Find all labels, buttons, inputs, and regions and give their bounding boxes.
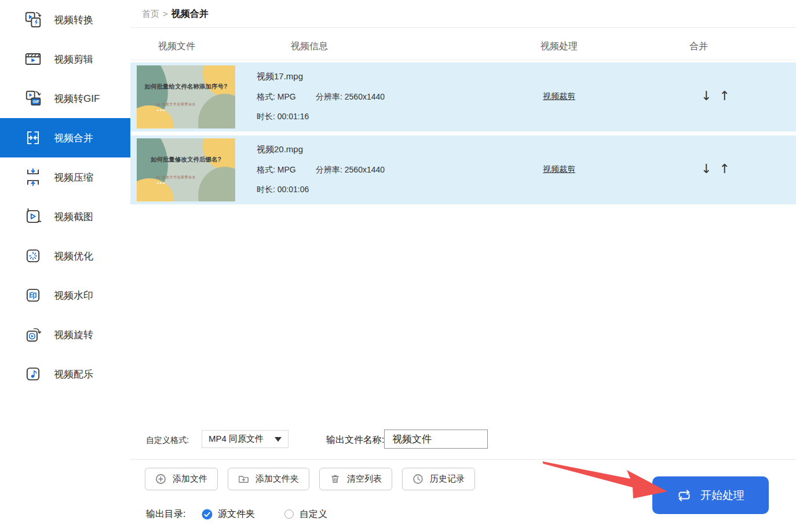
video-filename: 视频20.mpg	[257, 144, 303, 155]
thumbnail-blob	[137, 105, 174, 129]
video-convert-icon	[24, 10, 42, 29]
sidebar-item-video-convert[interactable]: 视频转换	[0, 0, 130, 39]
add-file-icon	[155, 474, 166, 485]
video-thumbnail: 如何批量给文件名称添加序号? by 优速文件批量重命名	[137, 65, 235, 129]
output-name-label: 输出文件名称:	[326, 434, 384, 446]
video-duration: 时长: 00:01:16	[257, 112, 309, 122]
output-name-input[interactable]	[384, 430, 488, 449]
sidebar-item-label: 视频合并	[54, 131, 93, 145]
history-button[interactable]: 历史记录	[402, 468, 475, 490]
thumbnail-blob	[203, 138, 235, 170]
sidebar-item-label: 视频转GIF	[54, 92, 100, 105]
video-crop-link[interactable]: 视频裁剪	[543, 164, 575, 175]
video-to-gif-icon: GIF	[24, 89, 42, 108]
format-value: MPG	[277, 165, 296, 174]
move-down-icon[interactable]: ↓	[701, 88, 711, 105]
radio-selected-icon[interactable]	[202, 509, 213, 520]
sidebar-item-label: 视频水印	[54, 289, 93, 302]
video-crop-link[interactable]: 视频裁剪	[543, 91, 575, 102]
format-dropdown-value: MP4 同原文件	[209, 434, 264, 445]
sidebar-item-video-to-gif[interactable]: GIF 视频转GIF	[0, 79, 130, 118]
column-header-merge: 合并	[689, 41, 708, 53]
clear-list-icon	[330, 474, 341, 485]
button-label: 历史记录	[430, 474, 465, 485]
sidebar-item-video-merge[interactable]: 视频合并	[0, 118, 130, 157]
breadcrumb: 首页>视频合并	[142, 8, 209, 20]
breadcrumb-home[interactable]: 首页	[142, 9, 159, 19]
column-header-video-file: 视频文件	[158, 41, 195, 53]
video-rotate-icon	[24, 325, 42, 344]
table-row: 如何批量给文件名称添加序号? by 优速文件批量重命名 视频17.mpg 格式:…	[130, 63, 796, 131]
video-music-icon	[24, 365, 42, 383]
history-icon	[412, 474, 423, 485]
thumbnail-blob	[198, 94, 235, 129]
merge-order-controls: ↓ ↑	[701, 161, 730, 178]
thumbnail-byline: by 优速文件批量重命名	[156, 102, 196, 107]
repeat-icon	[677, 489, 692, 502]
header-divider	[130, 60, 796, 60]
button-label: 添加文件	[173, 474, 207, 485]
sidebar-item-label: 视频旋转	[54, 328, 93, 342]
breadcrumb-divider	[130, 27, 796, 28]
resolution-value: 2560x1440	[345, 92, 385, 101]
thumbnail-blob	[198, 167, 235, 201]
radio-custom[interactable]: 自定义	[300, 508, 327, 520]
add-file-button[interactable]: 添加文件	[145, 468, 218, 490]
action-buttons: 添加文件 添加文件夹 清空列表 历史记录	[145, 468, 475, 490]
video-compress-icon	[24, 168, 42, 186]
output-directory-label: 输出目录:	[146, 508, 202, 520]
resolution-label: 分辨率:	[316, 165, 342, 174]
thumbnail-title: 如何批量修改文件后缀名?	[137, 156, 235, 164]
thumbnail-title: 如何批量给文件名称添加序号?	[137, 83, 235, 91]
format-dropdown[interactable]: MP4 同原文件	[202, 430, 289, 448]
sidebar-item-label: 视频压缩	[54, 171, 93, 184]
sidebar-item-video-rotate[interactable]: 视频旋转	[0, 315, 130, 354]
sidebar-item-video-snapshot[interactable]: 视频截图	[0, 197, 130, 236]
format-label: 格式:	[257, 92, 275, 101]
sidebar-item-video-compress[interactable]: 视频压缩	[0, 157, 130, 197]
start-button-label: 开始处理	[700, 488, 744, 503]
move-up-icon[interactable]: ↑	[719, 161, 729, 178]
table-row: 如何批量修改文件后缀名? by 优速文件批量重命名 视频20.mpg 格式: M…	[130, 135, 796, 204]
column-header-video-process: 视频处理	[541, 41, 578, 53]
button-label: 添加文件夹	[255, 474, 299, 485]
thumbnail-blob	[137, 178, 174, 201]
merge-order-controls: ↓ ↑	[701, 88, 730, 105]
thumbnail-dots	[157, 109, 165, 111]
radio-source-folder[interactable]: 源文件夹	[218, 508, 255, 520]
video-merge-icon	[24, 129, 42, 147]
video-attributes: 格式: MPG 分辨率: 2560x1440	[257, 92, 385, 102]
sidebar-item-label: 视频配乐	[54, 368, 93, 381]
video-clip-icon	[24, 50, 42, 68]
move-down-icon[interactable]: ↓	[701, 161, 711, 178]
sidebar-item-video-music[interactable]: 视频配乐	[0, 354, 130, 394]
add-folder-icon	[238, 474, 249, 485]
thumbnail-dots	[157, 182, 165, 184]
video-thumbnail: 如何批量修改文件后缀名? by 优速文件批量重命名	[137, 138, 235, 201]
sidebar-item-video-clip[interactable]: 视频剪辑	[0, 39, 130, 79]
move-up-icon[interactable]: ↑	[719, 88, 729, 105]
sidebar-item-label: 视频优化	[54, 250, 93, 263]
add-folder-button[interactable]: 添加文件夹	[228, 468, 309, 490]
breadcrumb-separator: >	[163, 9, 168, 19]
column-header-video-info: 视频信息	[291, 41, 328, 53]
video-filename: 视频17.mpg	[257, 71, 303, 82]
video-optimize-icon	[24, 247, 42, 265]
video-watermark-icon: 印	[24, 286, 42, 304]
start-processing-button[interactable]: 开始处理	[652, 476, 769, 514]
sidebar-item-video-watermark[interactable]: 印 视频水印	[0, 276, 130, 315]
sidebar-item-label: 视频转换	[54, 13, 93, 27]
resolution-value: 2560x1440	[345, 165, 385, 174]
video-snapshot-icon	[24, 207, 42, 226]
sidebar-item-video-optimize[interactable]: 视频优化	[0, 236, 130, 276]
dropdown-caret-icon	[275, 437, 282, 442]
radio-unselected-icon[interactable]	[284, 509, 294, 519]
format-label: 格式:	[257, 165, 275, 174]
svg-text:印: 印	[29, 291, 36, 300]
sidebar-item-label: 视频剪辑	[54, 53, 93, 66]
custom-format-label: 自定义格式:	[146, 435, 189, 446]
output-directory-row: 输出目录: 源文件夹 自定义	[146, 507, 327, 522]
video-duration: 时长: 00:01:06	[257, 185, 309, 195]
breadcrumb-current: 视频合并	[171, 9, 209, 19]
clear-list-button[interactable]: 清空列表	[319, 468, 392, 490]
